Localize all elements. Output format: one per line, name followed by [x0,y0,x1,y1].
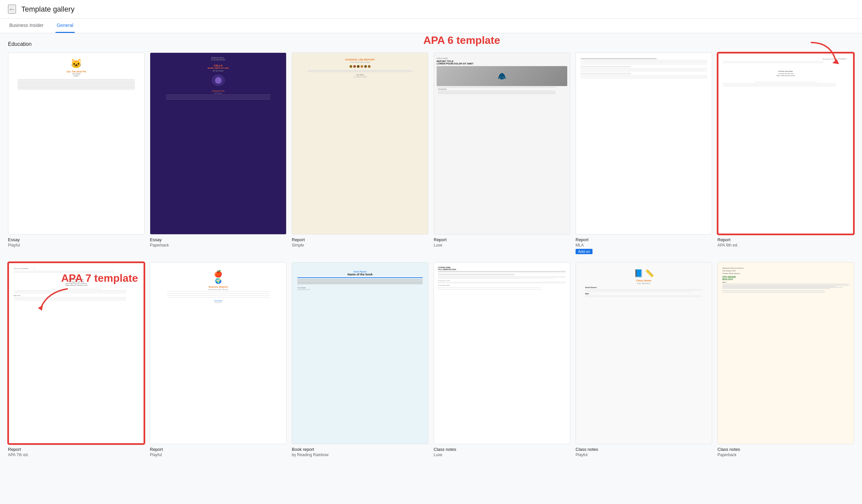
report-simple-sci-title: SCIENCE LAB REPORT [345,58,375,61]
pline3 [167,295,270,296]
mla-line11 [580,78,707,78]
apa7-b5 [14,299,126,299]
cl-line1 [438,271,566,272]
row1-grid: 🐱 Cat: The Ideal Pet Your Name Grade 7 [8,53,854,254]
class-luxe-date: 04 September 20XX [438,280,566,281]
essay-paper-header: MORGAN PERS...Dr. PETER PETER [211,57,225,61]
sline1 [308,70,412,71]
report-luxe-title: TITLE DATE [437,57,567,59]
mla-line10 [580,76,707,77]
tab-general[interactable]: General [55,18,75,33]
brline4 [297,283,423,284]
class-paper-notes: Notes: [722,281,849,283]
back-button[interactable]: ← [8,5,16,14]
essay-paper-intro: INTRODUCTION [212,90,224,92]
apa7-content: TITLE OF YOUR PAPER 1 Full Title of Your… [12,266,141,303]
template-thumb-report-luxe: TITLE DATE REPORT TITLELOREM IPSUM DOLOR… [434,53,570,235]
template-thumb-report-simple: SCIENCE LAB REPORT Lorem ipsum dolor sit… [292,53,428,235]
apa7-spacer [14,274,139,279]
essay-playful-lines [17,79,135,90]
cp2line4 [722,287,843,288]
cpline5 [585,296,703,297]
book-report-content: Book Report Name of the book Your Name 6… [295,265,425,293]
mla-line2 [580,60,707,61]
brline3 [297,282,423,283]
essay-playful-thumb-grade: Grade 7 [73,75,79,77]
report-luxe-img: 🧥 [437,66,567,86]
template-sub-class-notes-playful: Playful [576,452,712,457]
apa6-title-text: Full Title of Your Paper [723,70,848,72]
report-luxe-big: REPORT TITLELOREM IPSUM DOLOR SIT AMET [437,60,567,65]
pline4 [167,297,270,298]
template-report-apa6[interactable]: Running head: TITLE OF YOUR PAPER 1 Full… [717,53,854,254]
lline1 [438,87,556,88]
apple-icon: 🍎 [214,270,222,278]
template-report-luxe[interactable]: TITLE DATE REPORT TITLELOREM IPSUM DOLOR… [434,53,570,254]
class-playful-math: Math [585,293,703,295]
template-thumb-essay-paperback: MORGAN PERS...Dr. PETER PETER CELLS BASI… [150,53,286,235]
mla-content [578,55,710,82]
row1-container: APA 6 template 🐱 Cat: The Ideal Pet Your… [8,53,854,254]
apa7-line2 [14,272,114,273]
mla-line5 [580,64,707,65]
apa7-full-title: Full Title of Your Paper [14,279,139,280]
template-class-notes-paperback[interactable]: Westside School for Science Fall Student… [717,262,854,457]
bullet-line1 [439,287,541,288]
template-report-mla[interactable]: Report MLA Add-on [576,53,712,254]
tabs-bar: Business Insider General [0,18,862,33]
template-thumb-report-apa6: Running head: TITLE OF YOUR PAPER 1 Full… [717,53,854,235]
template-class-notes-luxe[interactable]: COURSE NAME FALL SEMESTER 20XX 04 Septem… [434,262,570,457]
wline1 [166,95,270,95]
line6 [17,86,135,87]
book-report-divider [297,277,423,278]
page-title: Template gallery [21,5,75,14]
essay-playful-thumb-title: Cat: The Ideal Pet [66,70,86,73]
mla-line7 [580,69,707,70]
template-book-report[interactable]: Book Report Name of the book Your Name 6… [292,262,428,457]
apa7-sec1 [51,289,101,289]
line4 [17,83,135,84]
class-luxe-bullets2: • [438,288,566,290]
apa7-spacer2 [14,286,139,289]
b2line [723,292,825,293]
dot1 [350,65,352,68]
dot5 [364,65,367,68]
template-sub-report-luxe: Luxe [434,243,570,248]
template-thumb-report-playful: 🍎 🌍 Science Report Lorem ipsum dolor sit… [150,262,286,444]
apa6-spacer2 [723,76,848,82]
essay-paper-bubble [212,75,225,86]
cp2line3 [722,286,836,287]
template-essay-playful[interactable]: 🐱 Cat: The Ideal Pet Your Name Grade 7 [8,53,145,254]
dots-container [350,65,370,68]
tab-business-insider[interactable]: Business Insider [8,18,45,33]
cpline2 [585,290,703,291]
cl-line5 [438,278,553,279]
pline1 [167,291,270,292]
mla-line6 [580,68,707,69]
class-playful-social: Social Science [585,287,703,288]
line2 [17,81,135,81]
lline4 [438,93,556,94]
template-report-apa7[interactable]: TITLE OF YOUR PAPER 1 Full Title of Your… [8,262,145,457]
template-report-playful[interactable]: 🍎 🌍 Science Report Lorem ipsum dolor sit… [150,262,286,457]
b2: • [722,291,723,293]
cp2line2 [722,285,849,286]
addon-badge-mla: Add-on [576,249,592,254]
apa6-line2 [723,63,823,63]
report-playful-content: 🍎 🌍 Science Report Lorem ipsum dolor sit… [152,264,284,305]
wline3 [166,99,270,100]
essay-paper-cell-struct: Cell Structure [214,92,222,94]
apa6-content: Running head: TITLE OF YOUR PAPER 1 Full… [721,56,850,89]
template-thumb-essay-playful: 🐱 Cat: The Ideal Pet Your Name Grade 7 [8,53,145,235]
template-sub-class-notes-paperback: Paperback [717,452,854,457]
bullet2: • [438,288,438,290]
template-class-notes-playful[interactable]: 📘 📏 Class Notes Date: 09/04/20XX Social … [576,262,712,457]
template-name-class-notes-paperback: Class notes [717,447,854,452]
book-report-date: 6th September 20XX [297,289,423,290]
template-essay-paperback[interactable]: MORGAN PERS...Dr. PETER PETER CELLS BASI… [150,53,286,254]
apa7-b4 [14,297,126,298]
mla-sec2 [580,73,631,75]
template-report-simple[interactable]: SCIENCE LAB REPORT Lorem ipsum dolor sit… [292,53,428,254]
cpline4 [585,295,703,296]
class-luxe-fall: FALL SEMESTER 20XX [438,268,566,270]
